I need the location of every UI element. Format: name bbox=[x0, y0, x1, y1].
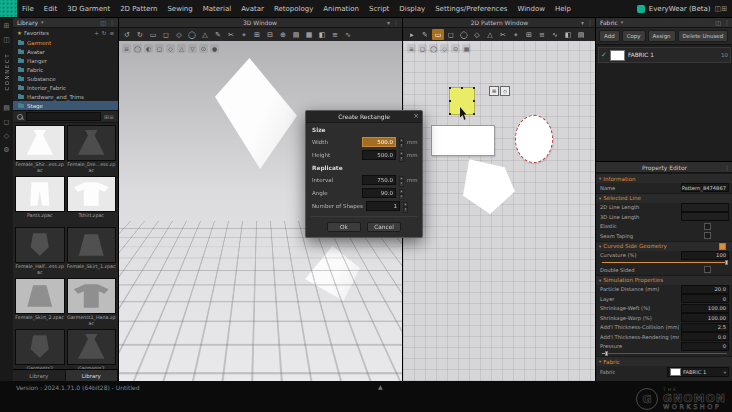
copy-button[interactable]: Copy bbox=[622, 30, 646, 42]
fabric-swatch[interactable] bbox=[610, 50, 625, 61]
section-selected-line[interactable]: ▾Selected Line bbox=[596, 193, 732, 203]
stepper-down-icon[interactable]: ▾ bbox=[399, 156, 404, 162]
menu-item-animation[interactable]: Animation bbox=[318, 5, 364, 13]
menu-item-window[interactable]: Window bbox=[512, 5, 550, 13]
checkbox-seam-taping[interactable] bbox=[704, 232, 711, 239]
diamond-tool-icon[interactable]: ◇ bbox=[173, 29, 185, 40]
slider-handle[interactable] bbox=[605, 351, 608, 356]
library-item[interactable]: Female_Half...ess.zpac bbox=[15, 227, 65, 276]
menu-item-file[interactable]: File bbox=[17, 5, 39, 13]
circle-tool-icon[interactable]: ◯ bbox=[458, 29, 470, 40]
library-item[interactable]: Female_Shir...ess.zpac bbox=[15, 125, 65, 174]
layer-input[interactable]: 0 bbox=[681, 294, 729, 303]
shrinkage-weft-input[interactable]: 100.00 bbox=[681, 304, 729, 313]
selection-handle[interactable] bbox=[449, 113, 451, 115]
pin-down-icon[interactable]: ▽ bbox=[188, 44, 197, 53]
angle-input[interactable]: 90.0 bbox=[362, 188, 396, 198]
add-view-icon[interactable]: ⊕ bbox=[277, 29, 289, 40]
fabric-row[interactable]: ✓ FABRIC 1 10 bbox=[598, 47, 731, 63]
scissors-tool-icon[interactable]: ✂ bbox=[497, 29, 509, 40]
folder-item-interior-fabric[interactable]: Interior_Fabric bbox=[13, 83, 118, 92]
undo-icon[interactable]: ↺ bbox=[121, 29, 133, 40]
library-item[interactable]: Pants.zpac bbox=[15, 176, 65, 225]
half-shade-icon[interactable]: ◧ bbox=[316, 29, 328, 40]
selection-handle[interactable] bbox=[461, 87, 463, 89]
panel-menu-icon[interactable]: ▾ bbox=[581, 19, 584, 26]
panels-icon[interactable]: ◫ bbox=[3, 35, 10, 45]
rotate-gizmo-icon[interactable]: ◇ bbox=[500, 86, 510, 96]
folder-item-stage[interactable]: Stage bbox=[13, 101, 118, 110]
circle-show-icon[interactable]: ◯ bbox=[429, 44, 438, 53]
property-editor-more-icon[interactable]: ⋮ bbox=[724, 164, 730, 171]
interval-input[interactable]: 750.0 bbox=[362, 175, 396, 185]
circle-tool-icon[interactable]: ◯ bbox=[186, 29, 198, 40]
folder-item-substance[interactable]: Substance bbox=[13, 74, 118, 83]
rail-label-connect[interactable]: CONNECT bbox=[4, 53, 10, 91]
focus-icon[interactable]: ⊙ bbox=[199, 44, 208, 53]
fabric-select[interactable]: FABRIC 1▾ bbox=[667, 367, 729, 377]
dock-icon[interactable]: ◫ bbox=[715, 19, 721, 26]
layers-icon[interactable]: ≡ bbox=[329, 29, 341, 40]
checkbox-double-sided[interactable] bbox=[704, 266, 711, 273]
pattern-piece-3d-large[interactable] bbox=[215, 58, 297, 169]
folder-item-garment[interactable]: Garment bbox=[13, 38, 118, 47]
menu-item-edit[interactable]: Edit bbox=[39, 5, 63, 13]
width-stepper[interactable]: ▴▾ bbox=[399, 138, 404, 146]
settings-icon[interactable]: ⚙ bbox=[3, 145, 9, 155]
rows-view-icon[interactable]: ▤ bbox=[290, 29, 302, 40]
triangle-tool-icon[interactable]: △ bbox=[199, 29, 211, 40]
layers-icon[interactable]: ≡ bbox=[536, 29, 548, 40]
panel-more-icon[interactable]: ⋮ bbox=[393, 19, 399, 26]
stepper-down-icon[interactable]: ▾ bbox=[399, 181, 404, 187]
library-item[interactable]: Garments3 bbox=[67, 329, 117, 369]
half-shade-icon[interactable]: ◧ bbox=[562, 29, 574, 40]
curvature-slider[interactable] bbox=[602, 260, 727, 265]
menu-item-material[interactable]: Material bbox=[198, 5, 236, 13]
more-icon[interactable]: ⋮ bbox=[109, 19, 115, 26]
scissors-tool-icon[interactable]: ✂ bbox=[225, 29, 237, 40]
select-tool-icon[interactable]: ▸ bbox=[406, 29, 418, 40]
focus-icon[interactable]: ⊙ bbox=[451, 44, 460, 53]
target-tool-icon[interactable]: ⌖ bbox=[510, 29, 522, 40]
pressure-slider[interactable] bbox=[602, 351, 727, 356]
wave-icon[interactable]: ∿ bbox=[342, 29, 354, 40]
property-editor-header[interactable]: Property Editor ⋮ bbox=[596, 162, 732, 173]
window-expand-icon[interactable]: ⊞ bbox=[721, 5, 727, 13]
selection-handle[interactable] bbox=[473, 87, 475, 89]
panel-more-icon[interactable]: ⋮ bbox=[587, 19, 593, 26]
menu-item-avatar[interactable]: Avatar bbox=[236, 5, 269, 13]
square-tool-icon[interactable]: ◻ bbox=[160, 29, 172, 40]
menu-item-settings-preferences[interactable]: Settings/Preferences bbox=[430, 5, 512, 13]
menu-item-2d-pattern[interactable]: 2D Pattern bbox=[115, 5, 162, 13]
avatar-show-icon[interactable]: ◯ bbox=[133, 44, 142, 53]
width-input[interactable]: 500.0 bbox=[362, 137, 396, 147]
pattern-show-icon[interactable]: ◇ bbox=[166, 44, 175, 53]
name-input[interactable]: Pattern_8474867 bbox=[681, 183, 729, 192]
grid-view-icon[interactable]: ⊞ bbox=[251, 29, 263, 40]
selection-handle[interactable] bbox=[449, 100, 451, 102]
folder-item-fabric[interactable]: Fabric bbox=[13, 65, 118, 74]
pen-tool-icon[interactable]: ✎ bbox=[212, 29, 224, 40]
wave-icon[interactable]: ∿ bbox=[549, 29, 561, 40]
folder-item-hardware-and-trims[interactable]: Hardware_and_Trims bbox=[13, 92, 118, 101]
assign-button[interactable]: Assign bbox=[648, 30, 676, 42]
panel-expander-icon[interactable]: ▲ bbox=[378, 383, 383, 390]
library-tab[interactable]: Library bbox=[13, 370, 66, 381]
curvature-input[interactable]: 100 bbox=[681, 251, 729, 260]
library-item[interactable]: Female_Skirt_2.zpac bbox=[15, 278, 65, 327]
triangle-tool-icon[interactable]: △ bbox=[484, 29, 496, 40]
folder-item-avatar[interactable]: Avatar bbox=[13, 47, 118, 56]
section-fabric[interactable]: ▾Fabric bbox=[596, 356, 732, 366]
library-item[interactable]: Garments1_Hana.zpac bbox=[67, 278, 117, 327]
delete-unused-button[interactable]: Delete Unused bbox=[678, 30, 729, 42]
target-tool-icon[interactable]: ⌖ bbox=[238, 29, 250, 40]
library-header[interactable]: Library ▾ ◫⋮ bbox=[13, 17, 118, 28]
dialog-titlebar[interactable]: Create Rectangle × bbox=[306, 111, 422, 123]
mesh-show-icon[interactable]: ▦ bbox=[462, 44, 471, 53]
library-item[interactable]: Tshirt.zpac bbox=[67, 176, 117, 225]
particle-distance-mm-input[interactable]: 20.0 bbox=[681, 285, 729, 294]
pattern-ellipse-dashed[interactable] bbox=[515, 115, 553, 163]
library-item[interactable]: Garments2 bbox=[15, 329, 65, 369]
pressure-input[interactable]: 0 bbox=[681, 342, 729, 351]
more-icon[interactable]: ⋮ bbox=[724, 19, 730, 26]
